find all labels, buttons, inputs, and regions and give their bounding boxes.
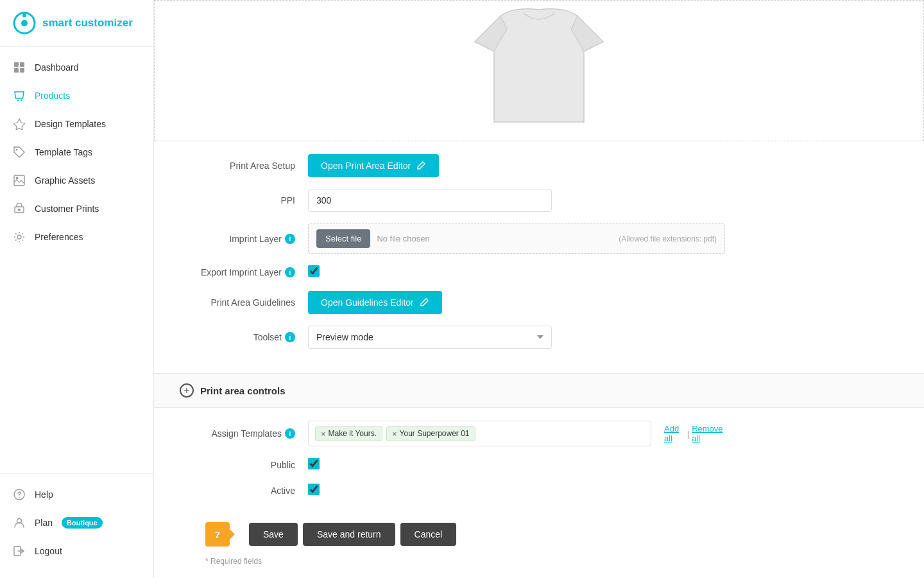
print-area-guidelines-row: Print Area Guidelines Open Guidelines Ed…: [180, 291, 898, 314]
add-all-link[interactable]: Add all: [664, 424, 685, 443]
assign-templates-info-icon[interactable]: i: [285, 428, 295, 439]
toolset-label: Toolset i: [180, 332, 308, 342]
assign-templates-row: Assign Templates i × Make it Yours. × Yo…: [180, 421, 898, 446]
design-templates-icon: [13, 118, 26, 130]
assign-templates-label: Assign Templates i: [180, 428, 308, 439]
select-file-button[interactable]: Select file: [316, 229, 370, 248]
print-area-controls-section[interactable]: + Print area controls: [154, 373, 924, 408]
imprint-layer-control: Select file No file chosen (Allowed file…: [308, 223, 725, 254]
dashboard-icon: [13, 61, 26, 74]
export-imprint-layer-info-icon[interactable]: i: [285, 267, 295, 277]
remove-all-link[interactable]: Remove all: [692, 424, 725, 443]
sidebar-item-help-label: Help: [35, 489, 53, 500]
toolset-info-icon[interactable]: i: [285, 332, 295, 342]
toolset-select[interactable]: Preview mode Full toolset Basic toolset: [308, 326, 552, 349]
export-imprint-layer-checkbox[interactable]: [308, 265, 320, 277]
tag-remove-make-it-yours[interactable]: ×: [321, 429, 326, 439]
svg-rect-14: [18, 209, 21, 211]
print-area-setup-control: Open Print Area Editor: [308, 154, 725, 177]
step-indicator: 7: [205, 522, 230, 547]
allowed-extensions-label: (Allowed file extensions: pdf): [619, 234, 717, 243]
public-control: [308, 458, 725, 472]
sidebar-item-help[interactable]: Help: [0, 480, 153, 509]
main-content: Print Area Setup Open Print Area Editor …: [154, 0, 924, 578]
active-label: Active: [180, 486, 308, 496]
plan-icon: [13, 516, 26, 529]
sidebar-item-design-templates-label: Design Templates: [35, 119, 106, 129]
editor-icon: [416, 161, 426, 171]
sidebar-item-logout[interactable]: Logout: [0, 537, 153, 565]
required-note: * Required fields: [180, 553, 898, 578]
boutique-badge: Boutique: [62, 517, 103, 529]
customer-prints-icon: [13, 202, 26, 215]
tag-label-your-superpower: Your Superpower 01: [400, 429, 470, 438]
active-checkbox[interactable]: [308, 484, 320, 495]
svg-rect-4: [20, 62, 24, 67]
sidebar-item-graphic-assets[interactable]: Graphic Assets: [0, 166, 153, 195]
tags-input[interactable]: × Make it Yours. × Your Superpower 01: [308, 421, 651, 446]
svg-point-7: [17, 100, 19, 101]
imprint-layer-label: Imprint Layer i: [180, 234, 308, 244]
sidebar-logo: smart customizer: [0, 0, 153, 47]
sidebar: smart customizer Dashboard Products Desi…: [0, 0, 154, 578]
active-control: [308, 484, 725, 498]
logout-icon: [13, 545, 26, 557]
ppi-label: PPI: [180, 195, 308, 206]
form-section: Print Area Setup Open Print Area Editor …: [154, 141, 924, 373]
print-area-guidelines-label: Print Area Guidelines: [180, 297, 308, 308]
help-icon: [13, 488, 26, 501]
assign-section: Assign Templates i × Make it Yours. × Yo…: [154, 408, 924, 578]
ppi-row: PPI: [180, 189, 898, 212]
tag-label-make-it-yours: Make it Yours.: [329, 429, 377, 438]
action-row: 7 Save Save and return Cancel: [180, 509, 898, 553]
public-checkbox[interactable]: [308, 458, 320, 469]
sidebar-item-preferences[interactable]: Preferences: [0, 223, 153, 251]
products-icon: [13, 89, 26, 102]
sidebar-item-dashboard-label: Dashboard: [35, 62, 79, 73]
svg-rect-5: [14, 68, 19, 73]
print-area-setup-row: Print Area Setup Open Print Area Editor: [180, 154, 898, 177]
svg-point-10: [16, 149, 18, 151]
ppi-control: [308, 189, 725, 212]
imprint-layer-row: Imprint Layer i Select file No file chos…: [180, 223, 898, 254]
assign-templates-control: × Make it Yours. × Your Superpower 01 Ad…: [308, 421, 725, 446]
sidebar-item-plan[interactable]: Plan Boutique: [0, 509, 153, 537]
sidebar-item-logout-label: Logout: [35, 546, 62, 556]
sidebar-item-template-tags[interactable]: Template Tags: [0, 138, 153, 166]
app-name: smart customizer: [42, 17, 133, 30]
svg-point-15: [17, 235, 21, 239]
print-area-controls-title: Print area controls: [200, 385, 286, 396]
export-imprint-layer-control: [308, 265, 725, 279]
content-area: Print Area Setup Open Print Area Editor …: [154, 0, 924, 578]
sidebar-item-products-label: Products: [35, 91, 70, 101]
toolset-control: Preview mode Full toolset Basic toolset: [308, 326, 725, 349]
open-print-area-editor-button[interactable]: Open Print Area Editor: [308, 154, 439, 177]
tag-remove-your-superpower[interactable]: ×: [392, 429, 397, 439]
sidebar-item-products[interactable]: Products: [0, 82, 153, 110]
sidebar-item-customer-prints[interactable]: Customer Prints: [0, 195, 153, 223]
svg-point-2: [22, 13, 26, 17]
imprint-layer-info-icon[interactable]: i: [285, 234, 295, 244]
no-file-chosen-label: No file chosen: [377, 234, 429, 243]
toolset-row: Toolset i Preview mode Full toolset Basi…: [180, 326, 898, 349]
svg-point-12: [16, 177, 19, 180]
tag-your-superpower: × Your Superpower 01: [386, 426, 475, 441]
ppi-input[interactable]: [308, 189, 552, 212]
cancel-button[interactable]: Cancel: [400, 523, 457, 546]
tag-make-it-yours: × Make it Yours.: [315, 426, 382, 441]
active-row: Active: [180, 484, 898, 498]
public-row: Public: [180, 458, 898, 472]
sidebar-item-design-templates[interactable]: Design Templates: [0, 110, 153, 138]
step-badge: 7: [205, 522, 230, 547]
svg-marker-9: [13, 119, 25, 130]
public-label: Public: [180, 460, 308, 470]
save-and-return-button[interactable]: Save and return: [303, 523, 395, 546]
open-guidelines-editor-button[interactable]: Open Guidelines Editor: [308, 291, 442, 314]
expand-icon: +: [180, 383, 194, 398]
sidebar-item-dashboard[interactable]: Dashboard: [0, 53, 153, 82]
logo-icon: [13, 12, 36, 35]
print-area-setup-label: Print Area Setup: [180, 161, 308, 171]
save-button[interactable]: Save: [249, 523, 298, 546]
graphic-assets-icon: [13, 174, 26, 187]
sidebar-nav: Dashboard Products Design Templates Temp…: [0, 47, 153, 473]
